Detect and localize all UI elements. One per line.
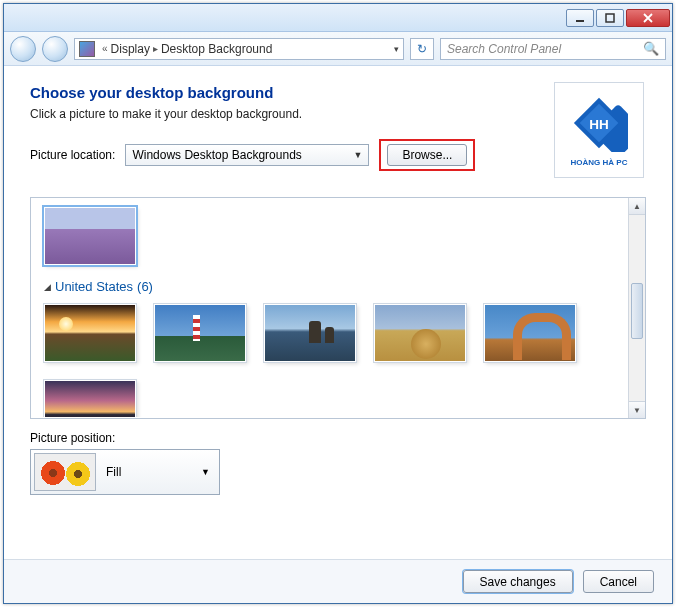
location-dropdown[interactable]: Windows Desktop Backgrounds ▼ (125, 144, 369, 166)
scrollbar[interactable]: ▲ ▼ (628, 198, 645, 418)
breadcrumb-item[interactable]: Display (111, 42, 150, 56)
category-count: (6) (137, 279, 153, 294)
titlebar (4, 4, 672, 32)
toolbar: « Display ▸ Desktop Background ▾ ↻ Searc… (4, 32, 672, 66)
diamond-icon: HH (570, 94, 628, 152)
minimize-button[interactable] (566, 9, 594, 27)
wallpaper-thumbnail[interactable] (374, 304, 466, 362)
wallpaper-thumbnail[interactable] (264, 304, 356, 362)
refresh-button[interactable]: ↻ (410, 38, 434, 60)
close-button[interactable] (626, 9, 670, 27)
wallpaper-thumbnail[interactable] (154, 304, 246, 362)
category-name: United States (55, 279, 133, 294)
scroll-down-button[interactable]: ▼ (629, 401, 645, 418)
breadcrumb-prefix: « (99, 43, 111, 54)
svg-text:HH: HH (589, 116, 609, 131)
brand-logo: HH HOÀNG HÀ PC (554, 82, 644, 178)
position-preview (34, 453, 96, 491)
breadcrumb-item[interactable]: Desktop Background (161, 42, 272, 56)
scroll-thumb[interactable] (631, 283, 643, 339)
search-placeholder: Search Control Panel (447, 42, 561, 56)
wallpaper-thumbnail[interactable] (484, 304, 576, 362)
highlight-box: Browse... (379, 139, 475, 171)
maximize-button[interactable] (596, 9, 624, 27)
control-panel-icon (79, 41, 95, 57)
address-bar[interactable]: « Display ▸ Desktop Background ▾ (74, 38, 404, 60)
brand-text: HOÀNG HÀ PC (571, 158, 628, 167)
browse-button[interactable]: Browse... (387, 144, 467, 166)
footer: Save changes Cancel (4, 559, 672, 603)
chevron-down-icon: ▼ (201, 467, 210, 477)
wallpaper-gallery: ◢ United States (6) ▲ (30, 197, 646, 419)
position-section: Picture position: Fill ▼ (30, 431, 646, 495)
location-value: Windows Desktop Backgrounds (132, 148, 301, 162)
chevron-down-icon[interactable]: ▾ (394, 44, 399, 54)
scroll-up-button[interactable]: ▲ (629, 198, 645, 215)
svg-rect-1 (606, 14, 614, 22)
window: « Display ▸ Desktop Background ▾ ↻ Searc… (3, 3, 673, 604)
category-header[interactable]: ◢ United States (6) (44, 279, 615, 294)
wallpaper-thumbnail[interactable] (44, 304, 136, 362)
cancel-button[interactable]: Cancel (583, 570, 654, 593)
svg-rect-0 (576, 20, 584, 22)
collapse-icon: ◢ (44, 282, 51, 292)
chevron-right-icon: ▸ (150, 43, 161, 54)
position-value: Fill (106, 465, 121, 479)
chevron-down-icon: ▼ (353, 150, 362, 160)
search-icon: 🔍 (643, 41, 659, 56)
position-label: Picture position: (30, 431, 646, 445)
search-input[interactable]: Search Control Panel 🔍 (440, 38, 666, 60)
forward-button[interactable] (42, 36, 68, 62)
content-area: Choose your desktop background Click a p… (4, 66, 672, 559)
save-button[interactable]: Save changes (463, 570, 573, 593)
back-button[interactable] (10, 36, 36, 62)
wallpaper-thumbnail[interactable] (44, 380, 136, 417)
position-dropdown[interactable]: Fill ▼ (30, 449, 220, 495)
wallpaper-thumbnail[interactable] (44, 207, 136, 265)
location-label: Picture location: (30, 148, 115, 162)
